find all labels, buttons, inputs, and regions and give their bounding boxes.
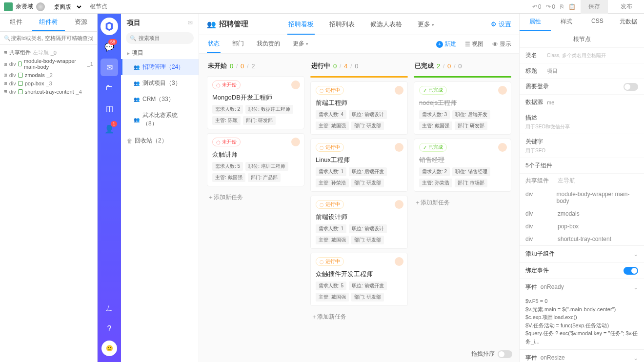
new-button[interactable]: +新建 xyxy=(436,40,456,48)
username[interactable]: 余贤域 xyxy=(16,2,33,11)
rail-logo[interactable] xyxy=(101,18,118,35)
tree-item[interactable]: ⊞ div pop-box _3 xyxy=(2,79,95,87)
tree-item[interactable]: ⊞ 共享组件 左导航 _0 xyxy=(2,48,95,57)
paste-icon[interactable]: 📋 xyxy=(568,3,576,10)
bind-event-toggle[interactable] xyxy=(624,267,638,275)
add-task-button[interactable]: ＋添加新任务 xyxy=(414,196,511,210)
assignee-avatar[interactable] xyxy=(498,86,507,95)
assignee-avatar[interactable] xyxy=(395,143,403,152)
messages-icon[interactable]: 💬58 xyxy=(101,38,118,56)
assignee-avatar[interactable] xyxy=(395,200,403,209)
chevron-down-icon: ⌄ xyxy=(633,251,638,258)
login-toggle[interactable] xyxy=(624,83,638,91)
publish-button[interactable]: 发布 xyxy=(613,0,640,14)
tab-meta[interactable]: 元数据 xyxy=(613,14,644,31)
assignee-avatar[interactable] xyxy=(291,138,300,146)
sidebar-item-recruiting[interactable]: 👥招聘管理（24） xyxy=(121,59,199,75)
tab-kanban[interactable]: 招聘看板 xyxy=(287,14,315,35)
add-task-button[interactable]: ＋添加新任务 xyxy=(310,310,408,324)
tab-components[interactable]: 组件 xyxy=(0,14,32,31)
kanban-card[interactable]: ◌进行中众触插件开发工程师需求人数: 5职位: 前端开发主管: 戴国强部门: 研… xyxy=(310,253,408,306)
assignee-avatar[interactable] xyxy=(395,86,403,95)
tree-item[interactable]: ⊞ div shortcut-tray-content _4 xyxy=(2,87,95,96)
right-breadcrumb[interactable]: 根节点 xyxy=(520,31,644,48)
child-row[interactable]: divpop-box xyxy=(520,220,644,233)
tree-search[interactable] xyxy=(0,32,97,45)
tab-component-tree[interactable]: 组件树 xyxy=(32,14,64,31)
subtab-more[interactable]: 更多 xyxy=(292,35,309,53)
undo-button[interactable]: ↶ 0 xyxy=(532,3,542,10)
breadcrumb-root[interactable]: 根节点 xyxy=(86,2,111,11)
kanban-card[interactable]: ◌进行中Linux工程师需求人数: 1职位: 后端开发主管: 孙荣浩部门: 研发… xyxy=(310,139,408,192)
child-row-shared[interactable]: 共享组件 左导航 xyxy=(520,174,644,188)
prop-datasource[interactable]: 数据源 me xyxy=(520,95,644,110)
tree-item[interactable]: ⊞ div zmodals _2 xyxy=(2,71,95,79)
recycle-bin[interactable]: 🗑回收站（2） xyxy=(121,132,199,147)
tab-props[interactable]: 属性 xyxy=(520,14,551,31)
subtab-status[interactable]: 状态 xyxy=(207,35,221,53)
display-button[interactable]: 👁显示 xyxy=(492,40,511,48)
tree-search-input[interactable] xyxy=(11,35,93,41)
expand-icon[interactable]: ⊞ xyxy=(4,49,7,56)
expand-icon[interactable]: ⊞ xyxy=(4,61,7,67)
prop-keyword[interactable]: 关键字 用于SEO xyxy=(520,134,644,158)
event-onresize[interactable]: 事件 onResize ⌄ xyxy=(520,349,644,362)
tree-item[interactable]: ⊞ div module-body-wrapper main-body _1 xyxy=(2,57,95,71)
tab-list[interactable]: 招聘列表 xyxy=(328,14,356,35)
settings-link[interactable]: 设置 xyxy=(491,20,511,29)
redo-button[interactable]: ↷ 0 xyxy=(546,3,555,10)
drag-sort-toggle[interactable] xyxy=(498,350,512,358)
subtab-mine[interactable]: 我负责的 xyxy=(256,35,281,53)
prop-title[interactable]: 标题 项目 xyxy=(520,63,644,79)
child-row[interactable]: divzmodals xyxy=(520,207,644,220)
kanban-card[interactable]: ◌进行中前端工程师需求人数: 4职位: 前端设计主管: 戴国强部门: 研发部 xyxy=(310,81,408,135)
tab-resources[interactable]: 资源 xyxy=(65,14,97,31)
add-task-button[interactable]: ＋添加新任务 xyxy=(207,190,304,204)
event-onready[interactable]: 事件 onReady ⌄ xyxy=(520,279,644,295)
profile-icon[interactable]: ㄥ xyxy=(101,300,118,317)
assignee-avatar[interactable] xyxy=(291,80,300,89)
user-avatar-thumb[interactable] xyxy=(4,2,13,11)
kanban-card[interactable]: ◌未开始众触讲师需求人数: 5职位: 培训工程师主管: 戴国强部门: 产品部 xyxy=(207,133,304,186)
save-button[interactable]: 保存 xyxy=(581,0,608,14)
tab-more[interactable]: 更多 xyxy=(417,14,435,35)
user-avatar[interactable]: 🙂 xyxy=(101,341,117,356)
contacts-icon[interactable]: ◫ xyxy=(101,100,118,117)
child-row[interactable]: divmodule-body-wrapper main-body xyxy=(520,188,644,207)
kanban-card[interactable]: ◌未开始MongoDB开发工程师需求人数: 2职位: 数据库工程师主管: 陈颖部… xyxy=(207,76,304,129)
prop-desc[interactable]: 描述 用于SEO和微信分享 xyxy=(520,110,644,134)
kanban-card[interactable]: ✓已完成nodejs工程师需求人数: 3职位: 后端开发主管: 戴国强部门: 研… xyxy=(414,81,511,135)
subtab-dept[interactable]: 部门 xyxy=(231,35,245,53)
child-row[interactable]: divshortcut-tray-content xyxy=(520,233,644,245)
assignee-avatar[interactable] xyxy=(395,257,403,266)
project-search[interactable] xyxy=(126,32,194,44)
project-search-input[interactable] xyxy=(139,35,206,41)
project-group-header[interactable]: ▸项目 xyxy=(121,44,199,59)
event-code[interactable]: $v.F5 = 0 $v.元素.main = $(".main-body-cen… xyxy=(520,295,644,349)
view-button[interactable]: ☰视图 xyxy=(465,40,483,48)
add-child-section[interactable]: 添加子组件 ⌄ xyxy=(520,245,644,262)
inbox-outline-icon[interactable]: ✉ xyxy=(188,20,193,26)
folder-icon[interactable]: 🗀 xyxy=(101,79,118,97)
kanban-card[interactable]: ◌进行中前端设计师需求人数: 1职位: 前端设计主管: 戴国强部门: 研发部 xyxy=(310,196,408,249)
bind-event-section[interactable]: 绑定事件 xyxy=(520,262,644,279)
help-icon[interactable]: ? xyxy=(101,320,118,338)
tab-css[interactable]: CSS xyxy=(582,14,613,31)
tab-candidates[interactable]: 候选人表格 xyxy=(369,14,403,35)
copy-icon[interactable]: ⎘ xyxy=(560,3,564,10)
sidebar-item-test[interactable]: 👥测试项目（3） xyxy=(121,75,199,91)
expand-icon[interactable]: ⊞ xyxy=(4,80,7,86)
kanban-card[interactable]: ✓已完成销售经理需求人数: 2职位: 销售经理主管: 孙荣浩部门: 市场部 xyxy=(414,139,511,192)
expand-icon[interactable]: ⊞ xyxy=(4,72,7,78)
sidebar-item-crm[interactable]: 👥CRM（33） xyxy=(121,91,199,107)
tab-style[interactable]: 样式 xyxy=(551,14,582,31)
view-mode-select[interactable]: 桌面版 xyxy=(48,1,83,13)
prop-login[interactable]: 需要登录 xyxy=(520,79,644,95)
sidebar-item-wushu[interactable]: 👥武术比赛系统（8） xyxy=(121,107,199,132)
notifications-icon[interactable]: 👤1 xyxy=(101,120,118,138)
prop-class[interactable]: 类名 Class, 多个类名用空格隔开 xyxy=(520,48,644,63)
card-tag: 部门: 研发部 xyxy=(351,293,384,302)
expand-icon[interactable]: ⊞ xyxy=(4,88,7,95)
inbox-icon[interactable]: ✉ xyxy=(101,59,118,76)
assignee-avatar[interactable] xyxy=(498,143,507,152)
